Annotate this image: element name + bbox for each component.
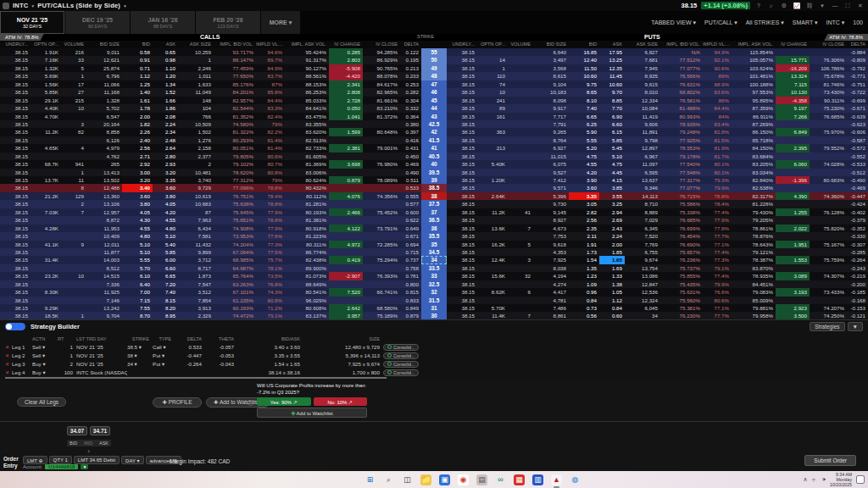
taskbar-task-view-icon[interactable]: ◫ xyxy=(402,474,413,485)
put-cell-34.5-4[interactable]: 1.73 xyxy=(569,248,599,256)
leg-ratio[interactable]: 1 xyxy=(58,352,76,360)
option-row-36.5[interactable]: 38.158,8724.304.557,96375.651%78.8%81.38… xyxy=(0,216,868,224)
call-cell-33-4[interactable]: 6.10 xyxy=(122,272,153,280)
put-cell-49-5[interactable]: 12.35 xyxy=(599,64,625,72)
call-cell-31.5-5[interactable]: 8.15 xyxy=(153,297,178,304)
bid-price-button[interactable]: 34.07 xyxy=(67,426,87,435)
call-cell-34-5[interactable]: 6.00 xyxy=(153,256,178,263)
ask-price-button[interactable]: 34.71 xyxy=(90,426,110,435)
strike-cell-41.5[interactable]: 41.5 xyxy=(421,136,447,144)
chart-icon[interactable]: 📈 xyxy=(793,3,801,9)
call-cell-39.5-4[interactable]: 3.00 xyxy=(122,169,153,176)
info-icon[interactable]: ⓘ xyxy=(248,399,253,408)
call-cell-34-4[interactable]: 5.55 xyxy=(122,256,153,263)
order-tif-chip[interactable]: DAY ▾ xyxy=(121,456,143,464)
put-cell-44-5[interactable]: 7.70 xyxy=(599,104,625,112)
call-cell-38-5[interactable]: 3.80 xyxy=(153,192,178,200)
put-cell-33-4[interactable]: 1.23 xyxy=(569,272,599,280)
call-cell-55-5[interactable]: 0.65 xyxy=(153,48,178,56)
put-cell-42.5-5[interactable]: 6.60 xyxy=(599,120,625,128)
leg-type-dropdown[interactable]: Put ▾ xyxy=(153,360,175,369)
taskbar-globe-icon[interactable]: ◍ xyxy=(570,474,581,485)
call-cell-42-4[interactable]: 2.26 xyxy=(122,128,153,136)
call-cell-37.5-5[interactable]: 4.05 xyxy=(153,200,178,208)
put-cell-42.5-4[interactable]: 6.25 xyxy=(569,120,599,128)
put-cell-47-5[interactable]: 10.60 xyxy=(599,80,625,88)
remove-leg-icon[interactable]: ✕ xyxy=(5,360,12,369)
option-row-32[interactable]: 38.158.30K11,9257.007.403,51267.101%74.3… xyxy=(0,288,868,296)
strike-cell-32[interactable]: 32 xyxy=(421,288,447,296)
put-cell-38.5-4[interactable]: 3.60 xyxy=(569,184,599,191)
put-cell-39-5[interactable]: 4.15 xyxy=(599,176,625,184)
option-row-49[interactable]: 38.151.32K525,8740.711.102,24677.459%84.… xyxy=(0,64,868,72)
link-icon[interactable]: ⛓ xyxy=(805,3,814,8)
close-button[interactable]: ✕ xyxy=(856,3,865,9)
put-cell-34-5[interactable]: 1.65 xyxy=(599,256,625,263)
call-cell-45-5[interactable]: 1.66 xyxy=(153,97,178,104)
option-row-45[interactable]: 38.1529.1K2151,3281.611.6614882.957%84.4… xyxy=(0,97,868,104)
consolidate-button[interactable]: Consolid... xyxy=(383,369,419,376)
put-cell-40.5-4[interactable]: 4.75 xyxy=(569,152,599,160)
taskbar-app-teal-icon[interactable]: ∞ xyxy=(495,474,506,485)
consolidate-button[interactable]: Consolid... xyxy=(383,352,419,359)
call-cell-40.5-4[interactable]: 2.71 xyxy=(122,152,153,160)
put-cell-35-5[interactable]: 2.00 xyxy=(599,241,625,248)
tab-expiry-3[interactable]: FEB 20 '26123 DAYS xyxy=(196,11,260,34)
call-cell-32-5[interactable]: 7.40 xyxy=(153,288,178,296)
leg-strike-dropdown[interactable]: 38 ▾ xyxy=(127,352,153,360)
strategy-leg-row-1[interactable]: ✕Leg 1Sell ▾1NOV 21 '2538.5 ▾Call ▾0.533… xyxy=(5,343,868,352)
option-row-36[interactable]: 38.154.28K11,9534.554.806,43474.908%77.9… xyxy=(0,225,868,232)
put-cell-50-4[interactable]: 12.40 xyxy=(569,56,599,64)
toolbar-dropdown-put-call[interactable]: PUT/CALL ▾ xyxy=(704,19,737,26)
remove-leg-icon[interactable]: ✕ xyxy=(5,343,12,352)
option-row-50[interactable]: 38.157.16K3312,6210.910.98188.147%89.7%9… xyxy=(0,56,868,64)
put-cell-37-5[interactable]: 2.94 xyxy=(599,208,625,216)
option-row-38[interactable]: 38.1521.2K12913,3603.603.8010,61976.751%… xyxy=(0,192,868,200)
strike-cell-50[interactable]: 50 xyxy=(421,56,447,64)
account-value-chip[interactable]: U14499818 xyxy=(45,464,78,469)
put-cell-38-5[interactable]: 3.55 xyxy=(599,192,625,200)
call-cell-42.5-5[interactable]: 2.24 xyxy=(153,120,178,128)
option-row-37[interactable]: 38.157.03K712,9574.054.208775.645%77.9%8… xyxy=(0,208,868,216)
toolbar-dropdown-100[interactable]: 100 xyxy=(853,19,863,25)
call-cell-33-5[interactable]: 6.65 xyxy=(153,272,178,280)
option-row-33[interactable]: 38.1523.2K1014,5156.106.651,87365.764%73… xyxy=(0,272,868,280)
strike-cell-43[interactable]: 43 xyxy=(421,113,447,120)
leg-strike-dropdown[interactable]: 34 ▾ xyxy=(127,360,153,369)
put-cell-47-4[interactable]: 9.75 xyxy=(569,80,599,88)
order-limit-chip[interactable]: LMT 34.65 Debit xyxy=(74,456,120,464)
tray-chevron-icon[interactable]: ∧ xyxy=(803,476,807,483)
pin-caret-icon[interactable]: ▾ xyxy=(818,3,826,9)
network-icon[interactable]: ᯤ xyxy=(812,477,818,483)
prediction-no-button[interactable]: No: 10% ↗ xyxy=(314,397,368,406)
strike-cell-41[interactable]: 41 xyxy=(421,144,447,152)
call-cell-32.5-4[interactable]: 6.40 xyxy=(122,280,153,288)
leg-action-dropdown[interactable]: Sell ▾ xyxy=(32,352,58,360)
leg-type-dropdown[interactable]: Put ▾ xyxy=(153,352,175,360)
leg-ratio[interactable]: 100 xyxy=(58,369,76,377)
call-cell-30-4[interactable]: 8.70 xyxy=(122,312,153,319)
volume-icon[interactable]: 🕩 xyxy=(822,476,826,483)
leg-type-dropdown[interactable]: Call ▾ xyxy=(153,343,175,352)
put-cell-35.5-4[interactable]: 2.11 xyxy=(569,232,599,240)
put-cell-33.5-4[interactable]: 1.35 xyxy=(569,264,599,272)
strategy-builder-toggle[interactable] xyxy=(5,323,25,330)
call-cell-38-4[interactable]: 3.60 xyxy=(122,192,153,200)
strike-cell-37.5[interactable]: 37.5 xyxy=(421,200,447,208)
option-row-48[interactable]: 38.155.69K16,7961.121.201,01177.650%83.7… xyxy=(0,72,868,80)
leg-expiry[interactable]: INTC Stock (NASDAQ,NMS) xyxy=(76,369,127,377)
put-cell-39.5-4[interactable]: 4.20 xyxy=(569,169,599,176)
put-cell-35-4[interactable]: 1.91 xyxy=(569,241,599,248)
call-cell-35.5-4[interactable]: 4.80 xyxy=(122,232,153,240)
put-cell-33.5-5[interactable]: 1.69 xyxy=(599,264,625,272)
put-cell-36.5-5[interactable]: 2.69 xyxy=(599,216,625,224)
option-row-35[interactable]: 38.1541.1K912,0115.105.4011,43274.204%77… xyxy=(0,241,868,248)
put-cell-40-5[interactable]: 4.75 xyxy=(599,160,625,168)
call-cell-40.5-5[interactable]: 2.80 xyxy=(153,152,178,160)
leg-expiry[interactable]: NOV 21 '25 xyxy=(76,352,127,360)
strike-cell-42.5[interactable]: 42.5 xyxy=(421,120,447,128)
taskbar-clock[interactable]: 9:34 AMMonday10/20/2025 xyxy=(830,472,852,487)
put-cell-42-4[interactable]: 5.90 xyxy=(569,128,599,136)
tab-expiry-1[interactable]: DEC 19 '2560 DAYS xyxy=(65,11,130,34)
put-cell-34-4[interactable]: 1.54 xyxy=(569,256,599,263)
